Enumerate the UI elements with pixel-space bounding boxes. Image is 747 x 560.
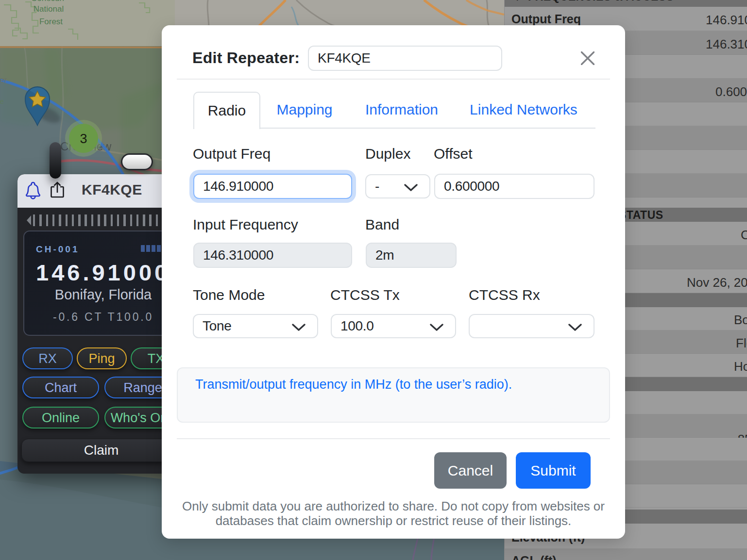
svg-text:e: e	[0, 98, 4, 105]
svg-text:3: 3	[80, 132, 87, 146]
svg-text:National: National	[34, 4, 64, 14]
svg-text:Forest: Forest	[39, 17, 63, 26]
svg-text:Conecuh: Conecuh	[31, 0, 64, 3]
svg-text:er: er	[0, 76, 7, 84]
